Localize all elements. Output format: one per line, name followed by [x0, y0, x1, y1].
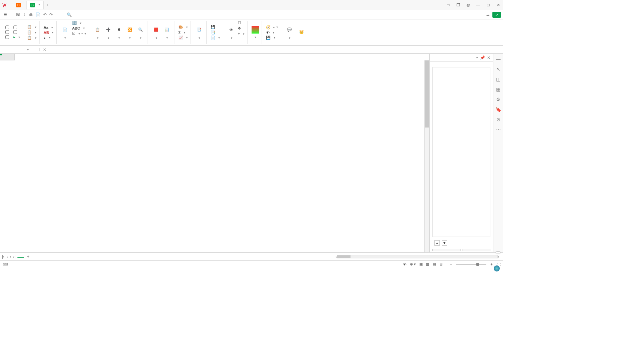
- check-space[interactable]: [5, 26, 10, 29]
- adv-sort-button[interactable]: 📊▾: [163, 21, 171, 44]
- summary-split-button[interactable]: 📑▾: [195, 26, 204, 40]
- strip-select-icon[interactable]: ↖: [496, 66, 500, 72]
- view-button[interactable]: 👁▾: [227, 21, 236, 44]
- hide-all-button[interactable]: [463, 249, 491, 251]
- hamburger-icon[interactable]: ☰: [2, 12, 8, 17]
- status-view1-icon[interactable]: ▦: [419, 262, 423, 266]
- zoom-in-button[interactable]: ＋: [490, 262, 493, 267]
- copy-paste-button[interactable]: 📋▾: [93, 21, 102, 44]
- data-analyze-button[interactable]: 📈 ▾: [178, 36, 188, 40]
- scroll-thumb[interactable]: [425, 60, 429, 128]
- tab-template[interactable]: D: [13, 1, 26, 9]
- menu-search-icon[interactable]: 🔍: [67, 12, 72, 17]
- check-english[interactable]: [13, 26, 18, 29]
- add-sheet-button[interactable]: ＋: [26, 254, 30, 259]
- check-symbol[interactable]: [5, 30, 10, 34]
- sheet-nav-prev-icon[interactable]: ‹: [6, 254, 8, 259]
- layer-down-button[interactable]: ▾: [442, 240, 447, 246]
- stat-sum-button[interactable]: Σ ▾: [178, 31, 188, 35]
- strip-more-icon[interactable]: ⋯: [496, 127, 501, 132]
- find-match-button[interactable]: 🔍▾: [136, 21, 145, 44]
- execute-button[interactable]: ▸▾: [13, 35, 20, 39]
- hscroll-right-icon[interactable]: ›: [498, 254, 499, 259]
- status-target-icon[interactable]: ⊕ ▾: [410, 262, 416, 266]
- more-button[interactable]: ⬥ ▾: [44, 36, 54, 40]
- sheet-tab[interactable]: [17, 255, 24, 258]
- redo-icon[interactable]: ↷: [49, 12, 53, 17]
- print-icon[interactable]: 🖶: [29, 12, 33, 17]
- batch-delete-button[interactable]: ✖▾: [115, 21, 123, 44]
- strip-settings-icon[interactable]: ⚙: [496, 97, 500, 102]
- round-button[interactable]: 🔢 ▾: [72, 21, 86, 25]
- undo-icon[interactable]: ↶: [43, 12, 47, 17]
- color-analyze-button[interactable]: 🎨 ▾: [178, 25, 188, 30]
- save-as-button[interactable]: 💾: [211, 25, 220, 29]
- random-button[interactable]: 🟥▾: [152, 21, 161, 44]
- zoom-out-button[interactable]: －: [449, 262, 453, 267]
- sheet-nav-first-icon[interactable]: |‹: [2, 254, 4, 259]
- watch-same-button[interactable]: 👁 ▾: [266, 31, 278, 35]
- formula-input[interactable]: [53, 47, 500, 52]
- sheet-nav-last-icon[interactable]: ›|: [13, 254, 15, 259]
- delete-text-button[interactable]: 📋 ▾: [27, 30, 37, 35]
- spreadsheet-grid[interactable]: [0, 54, 429, 252]
- toc-button[interactable]: 📑: [211, 30, 220, 35]
- select-button[interactable]: ☐: [238, 21, 245, 25]
- export-icon[interactable]: ⇪: [23, 12, 26, 17]
- strip-style-icon[interactable]: ◫: [496, 77, 500, 82]
- pane-close-icon[interactable]: ✕: [487, 55, 490, 60]
- fx-cancel-icon[interactable]: ✕: [43, 47, 46, 52]
- win-layout-icon[interactable]: ▭: [445, 3, 451, 7]
- worksheet-button[interactable]: 📄 ▾: [211, 36, 220, 40]
- check-chinese[interactable]: [13, 30, 18, 34]
- name-box-dropdown-icon[interactable]: ▾: [27, 48, 29, 51]
- strip-layout-icon[interactable]: ▦: [496, 87, 500, 92]
- tab-add-button[interactable]: ＋: [44, 2, 51, 8]
- preview-icon[interactable]: 📄: [36, 12, 41, 17]
- move-button[interactable]: ✥: [238, 26, 245, 31]
- tab-workbook[interactable]: S•: [26, 1, 44, 9]
- member-tools-button[interactable]: 👑: [297, 21, 306, 44]
- ime-badge[interactable]: [496, 251, 500, 253]
- status-mode-icon[interactable]: ⌨: [3, 262, 8, 266]
- win-minimize-icon[interactable]: —: [476, 3, 481, 7]
- locate-button[interactable]: ⌖ ▾: [238, 32, 245, 36]
- share-button[interactable]: ↗: [492, 12, 501, 18]
- win-maximize-icon[interactable]: □: [486, 3, 491, 7]
- merge-convert-button[interactable]: 🔀▾: [125, 21, 134, 44]
- cloud-icon[interactable]: ☁: [486, 12, 490, 17]
- cut-text-button[interactable]: 📋 ▾: [27, 36, 37, 40]
- sheet-nav-next-icon[interactable]: ›: [10, 254, 11, 259]
- help-button[interactable]: 💬▾: [285, 21, 294, 44]
- keep-number-button[interactable]: ABC ▾: [72, 26, 86, 30]
- case-button[interactable]: Aa ▾: [44, 26, 54, 30]
- status-eye-icon[interactable]: 👁: [403, 262, 407, 266]
- win-close-icon[interactable]: ✕: [496, 3, 501, 7]
- value-button[interactable]: 📄▾: [61, 21, 69, 44]
- win-cube-icon[interactable]: ❐: [455, 3, 461, 7]
- nav-button[interactable]: 🧭 ▫▾: [266, 25, 278, 30]
- strip-bookmark-icon[interactable]: 🔖: [495, 107, 501, 112]
- pane-pin-icon[interactable]: 📌: [480, 55, 485, 60]
- memory-button[interactable]: 💾 ▾: [266, 36, 278, 40]
- layer-up-button[interactable]: ▴: [434, 240, 440, 246]
- status-view3-icon[interactable]: ▤: [433, 262, 436, 266]
- insert-text-button[interactable]: 📋 ▾: [27, 25, 37, 29]
- check-number[interactable]: [5, 35, 10, 39]
- strip-help-icon[interactable]: ⊘: [496, 117, 500, 122]
- status-view2-icon[interactable]: ▥: [426, 262, 429, 266]
- show-all-button[interactable]: [432, 249, 461, 251]
- zoom-slider[interactable]: [456, 264, 486, 265]
- custom-button[interactable]: ☑ ▾ ▫▾: [72, 31, 86, 36]
- vertical-scrollbar[interactable]: [424, 60, 429, 252]
- new-insert-button[interactable]: ➕▾: [104, 21, 113, 44]
- horizontal-scrollbar[interactable]: [337, 255, 498, 258]
- select-all-corner[interactable]: [0, 54, 15, 60]
- strip-collapse-icon[interactable]: —: [496, 56, 501, 62]
- name-box[interactable]: ▾: [0, 48, 40, 51]
- save-icon[interactable]: 🖫: [16, 12, 20, 17]
- spotlight-button[interactable]: ▾: [252, 26, 259, 39]
- status-view4-icon[interactable]: ⊞: [439, 262, 442, 266]
- pane-dropdown-icon[interactable]: ▾: [476, 56, 478, 59]
- win-user-icon[interactable]: ◍: [466, 3, 471, 7]
